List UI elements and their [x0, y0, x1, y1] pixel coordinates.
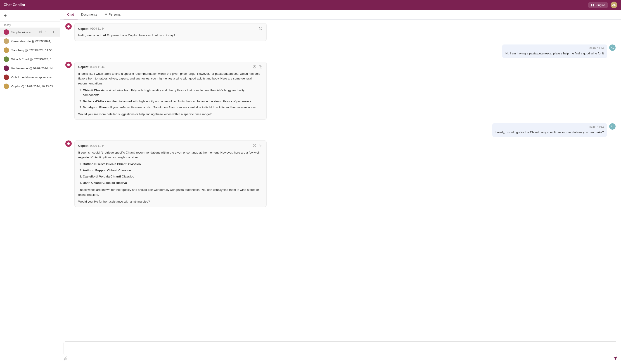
- svg-rect-2: [591, 5, 592, 6]
- copilot-message: Copilot02/09 11:44It seems I couldn't re…: [65, 141, 616, 207]
- copilot-bubble: Copilot02/09 11:44It seems I couldn't re…: [74, 141, 267, 207]
- tab-chat[interactable]: Chat: [64, 10, 78, 19]
- message-actions: [252, 143, 263, 148]
- topbar: Chat Copilot Plugins AL: [0, 0, 621, 10]
- tab-label: Chat: [67, 13, 74, 16]
- copilot-message: Copilot02/09 11:44It looks like I wasn't…: [65, 62, 616, 120]
- message-time: 02/09 11:44: [90, 144, 104, 147]
- tab-label: Persona: [108, 13, 120, 16]
- sidebar-item-actions: [39, 30, 56, 34]
- message-text: It looks like I wasn't able to find a sp…: [78, 71, 263, 117]
- share-button[interactable]: [48, 30, 52, 34]
- user-message-text: Lovely, I would go for the Chianti, any …: [496, 130, 604, 135]
- sidebar-section-label: Today: [0, 22, 60, 28]
- sidebar-item-label: Cobol med dotnet wrapper exemp...: [11, 76, 56, 79]
- sidebar-item-label: Wine & Email @ 02/09/2024, 13:07...: [11, 58, 56, 61]
- chat-tabs: ChatDocumentsPersona: [60, 10, 621, 20]
- main-layout: + Today Simpler wine a...Generate code @…: [0, 10, 621, 364]
- user-avatar-message: AL: [609, 45, 616, 51]
- sidebar-item-label: Generate code @ 02/09/2024, 11:...: [11, 40, 56, 43]
- message-time: 02/09 11:34: [90, 27, 104, 30]
- person-icon: [104, 13, 107, 16]
- sidebar-item-dot: [4, 47, 9, 53]
- sidebar-items: Simpler wine a...Generate code @ 02/09/2…: [0, 28, 60, 364]
- sidebar-item-dot: [4, 75, 9, 80]
- user-avatar: AL: [611, 1, 617, 8]
- attach-button[interactable]: [64, 357, 68, 362]
- sidebar-item-label: Kod exempel @ 02/09/2024, 14:05...: [11, 67, 56, 70]
- copy-button[interactable]: [259, 64, 263, 70]
- tab-documents[interactable]: Documents: [78, 10, 101, 19]
- svg-rect-25: [260, 145, 262, 147]
- sidebar-item-dot: [4, 38, 9, 44]
- copilot-bubble: Copilot02/09 11:34Hello, welcome to AI E…: [74, 23, 267, 41]
- message-actions: [252, 64, 263, 70]
- messages-container: Copilot02/09 11:34Hello, welcome to AI E…: [60, 20, 621, 339]
- copy-button[interactable]: [259, 143, 263, 148]
- chat-input[interactable]: [67, 344, 614, 352]
- user-message: 02/09 11:44Lovely, I would go for the Ch…: [65, 123, 616, 137]
- svg-rect-18: [260, 66, 262, 68]
- topbar-right: Plugins AL: [588, 1, 617, 8]
- chat-area: ChatDocumentsPersona Copilot02/09 11:34H…: [60, 10, 621, 364]
- sidebar-item-dot: [4, 29, 9, 35]
- copilot-avatar: [65, 23, 72, 30]
- message-sender: Copilot: [78, 144, 88, 147]
- delete-button[interactable]: [52, 30, 56, 34]
- copilot-avatar: [65, 141, 72, 147]
- sidebar-item-label: Simpler wine a...: [11, 31, 37, 34]
- sidebar: + Today Simpler wine a...Generate code @…: [0, 10, 60, 364]
- tab-label: Documents: [81, 13, 97, 16]
- message-sender: Copilot: [78, 27, 88, 31]
- user-message: 02/09 11:44Hi, I am having a pasta puten…: [65, 45, 616, 58]
- sidebar-item[interactable]: Copilot @ 11/09/2024, 16:23:03: [0, 82, 60, 91]
- tab-persona[interactable]: Persona: [101, 10, 124, 19]
- input-area: [60, 339, 621, 364]
- sidebar-item-label: Sandberg @ 02/09/2024, 11:56:20: [11, 48, 56, 52]
- svg-rect-3: [593, 5, 594, 6]
- message-time: 02/09 11:44: [90, 65, 104, 69]
- svg-point-19: [67, 142, 70, 145]
- user-bubble: 02/09 11:44Hi, I am having a pasta puten…: [502, 45, 607, 58]
- info-button[interactable]: [259, 26, 263, 31]
- message-text: Hello, welcome to AI Empower Labs Copilo…: [78, 33, 263, 38]
- user-bubble: 02/09 11:44Lovely, I would go for the Ch…: [492, 123, 607, 137]
- svg-rect-0: [591, 4, 592, 5]
- user-avatar-message: AL: [609, 123, 616, 130]
- message-text: It seems I couldn't retrieve specific Ch…: [78, 150, 263, 204]
- sidebar-item-label: Copilot @ 11/09/2024, 16:23:03: [11, 85, 56, 88]
- sidebar-item[interactable]: Simpler wine a...: [0, 28, 60, 37]
- user-message-time: 02/09 11:44: [496, 126, 604, 129]
- svg-point-6: [67, 25, 70, 28]
- input-bottom: [64, 355, 617, 362]
- sidebar-item[interactable]: Kod exempel @ 02/09/2024, 14:05...: [0, 64, 60, 73]
- info-button[interactable]: [252, 64, 257, 70]
- svg-rect-1: [593, 4, 594, 5]
- sidebar-item[interactable]: Sandberg @ 02/09/2024, 11:56:20: [0, 46, 60, 55]
- copilot-message: Copilot02/09 11:34Hello, welcome to AI E…: [65, 23, 616, 41]
- sidebar-item[interactable]: Wine & Email @ 02/09/2024, 13:07...: [0, 55, 60, 64]
- user-message-text: Hi, I am having a pasta putenesca, pleas…: [505, 51, 604, 56]
- sidebar-item-dot: [4, 65, 9, 71]
- copilot-bubble: Copilot02/09 11:44It looks like I wasn't…: [74, 62, 267, 120]
- app-title: Chat Copilot: [4, 3, 25, 7]
- info-button[interactable]: [252, 143, 257, 148]
- message-actions: [259, 26, 263, 31]
- user-message-time: 02/09 11:44: [505, 47, 604, 50]
- send-button[interactable]: [613, 356, 617, 362]
- sidebar-header: +: [0, 10, 60, 22]
- sidebar-item-dot: [4, 56, 9, 62]
- plugins-button[interactable]: Plugins: [588, 2, 608, 8]
- message-sender: Copilot: [78, 65, 88, 69]
- sidebar-item[interactable]: Cobol med dotnet wrapper exemp...: [0, 73, 60, 82]
- edit-button[interactable]: [39, 30, 43, 34]
- new-chat-button[interactable]: +: [4, 13, 7, 19]
- svg-point-5: [105, 13, 106, 14]
- input-box: [64, 341, 617, 355]
- download-button[interactable]: [43, 30, 47, 34]
- copilot-avatar: [65, 62, 72, 68]
- svg-point-12: [67, 63, 70, 66]
- sidebar-item[interactable]: Generate code @ 02/09/2024, 11:...: [0, 37, 60, 46]
- sidebar-item-dot: [4, 83, 9, 89]
